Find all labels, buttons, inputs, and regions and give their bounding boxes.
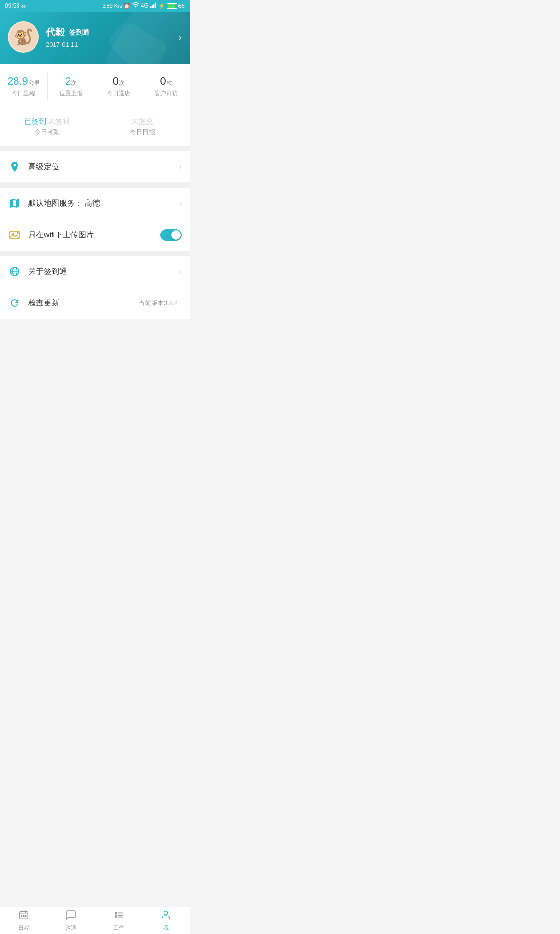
stat-report: 2次 位置上报	[48, 73, 95, 100]
signal-bars	[150, 2, 157, 9]
menu-arrow-location: ›	[179, 162, 182, 171]
svg-point-6	[12, 233, 14, 235]
menu-section-location: 高级定位 ›	[0, 151, 190, 182]
menu-section-map: 默认地图服务： 高德 › 只在wifi下上传图片	[0, 188, 190, 251]
status-left: 09:53 ∞	[5, 2, 26, 10]
menu-item-map[interactable]: 默认地图服务： 高德 ›	[0, 188, 190, 219]
menu-item-wifi-upload[interactable]: 只在wifi下上传图片	[0, 219, 190, 251]
divider-1	[0, 146, 190, 151]
svg-rect-0	[150, 6, 152, 8]
attendance-report: 未提交 今日日报	[95, 114, 190, 140]
status-bar: 09:53 ∞ 3.89 K/s ⏰ 4G ⚡ 86	[0, 0, 190, 12]
divider-2	[0, 183, 190, 188]
daily-report-status: 未提交	[101, 117, 184, 126]
stat-patrol-value: 0次	[99, 75, 139, 88]
menu-arrow-map: ›	[179, 199, 182, 208]
svg-rect-1	[152, 5, 153, 9]
menu-item-about[interactable]: 关于签到通 ›	[0, 256, 190, 287]
stat-visit-value: 0次	[146, 75, 186, 88]
stat-report-value: 2次	[52, 75, 91, 88]
signal-icon: 4G	[141, 2, 149, 9]
menu-label-update: 检查更新	[28, 298, 139, 308]
stat-report-label: 位置上报	[52, 90, 91, 98]
menu-section-about: 关于签到通 › 检查更新 当前版本3.8.2	[0, 256, 190, 319]
divider-3	[0, 251, 190, 256]
menu-label-about: 关于签到通	[28, 267, 179, 277]
alarm-icon: ⏰	[123, 3, 130, 9]
wifi-upload-toggle[interactable]	[160, 229, 182, 241]
battery-icon	[167, 3, 177, 9]
attendance-checkin: 已签到 未签退 今日考勤	[0, 114, 95, 140]
image-upload-icon	[8, 228, 21, 242]
attendance-row: 已签到 未签退 今日考勤 未提交 今日日报	[0, 114, 190, 140]
avatar: 🐒	[8, 21, 39, 53]
globe-icon	[8, 265, 21, 278]
status-right: 3.89 K/s ⏰ 4G ⚡ 86	[102, 2, 185, 9]
attendance-section: 已签到 未签退 今日考勤 未提交 今日日报	[0, 107, 190, 146]
stat-mileage-label: 今日里程	[4, 90, 43, 98]
location-icon	[8, 160, 21, 174]
attendance-status: 已签到 未签退	[6, 117, 89, 126]
refresh-icon	[8, 296, 21, 310]
stat-patrol: 0次 今日巡店	[95, 73, 143, 100]
svg-rect-3	[155, 3, 156, 9]
menu-item-update[interactable]: 检查更新 当前版本3.8.2	[0, 287, 190, 319]
header-info: 代毅 签到通 2017-01-11	[46, 26, 89, 48]
stat-mileage: 28.9公里 今日里程	[0, 73, 48, 100]
menu-label-map: 默认地图服务： 高德	[28, 198, 179, 209]
toggle-knob	[171, 230, 181, 240]
signed-in-text: 已签到	[24, 117, 46, 125]
header-date: 2017-01-11	[46, 41, 89, 48]
loop-icon: ∞	[21, 2, 26, 10]
header-left: 🐒 代毅 签到通 2017-01-11	[8, 21, 89, 53]
menu-label-wifi-upload: 只在wifi下上传图片	[28, 230, 160, 240]
stats-row: 28.9公里 今日里程 2次 位置上报 0次 今日巡店 0次 客户	[0, 73, 190, 100]
not-signed-out-text: 未签退	[48, 117, 70, 125]
daily-report-label: 今日日报	[101, 128, 184, 137]
stat-patrol-label: 今日巡店	[99, 90, 139, 98]
stat-visit-label: 客户拜访	[146, 90, 186, 98]
menu-value-version: 当前版本3.8.2	[139, 299, 178, 307]
menu-label-location: 高级定位	[28, 162, 179, 172]
wifi-icon	[132, 2, 140, 9]
battery-level: 86	[179, 3, 185, 9]
stats-section: 28.9公里 今日里程 2次 位置上报 0次 今日巡店 0次 客户	[0, 64, 190, 107]
profile-header[interactable]: 🐒 代毅 签到通 2017-01-11 ›	[0, 12, 190, 64]
menu-item-location[interactable]: 高级定位 ›	[0, 151, 190, 182]
header-name: 代毅 签到通	[46, 26, 89, 39]
attendance-label: 今日考勤	[6, 128, 89, 137]
time: 09:53	[5, 2, 19, 9]
svg-rect-2	[153, 4, 155, 8]
map-icon	[8, 197, 21, 210]
lightning-icon: ⚡	[158, 3, 165, 9]
speed: 3.89 K/s	[102, 3, 122, 9]
stat-mileage-value: 28.9公里	[4, 75, 43, 88]
menu-arrow-about: ›	[179, 267, 182, 276]
stat-visit: 0次 客户拜访	[142, 73, 190, 100]
profile-arrow[interactable]: ›	[178, 32, 182, 43]
